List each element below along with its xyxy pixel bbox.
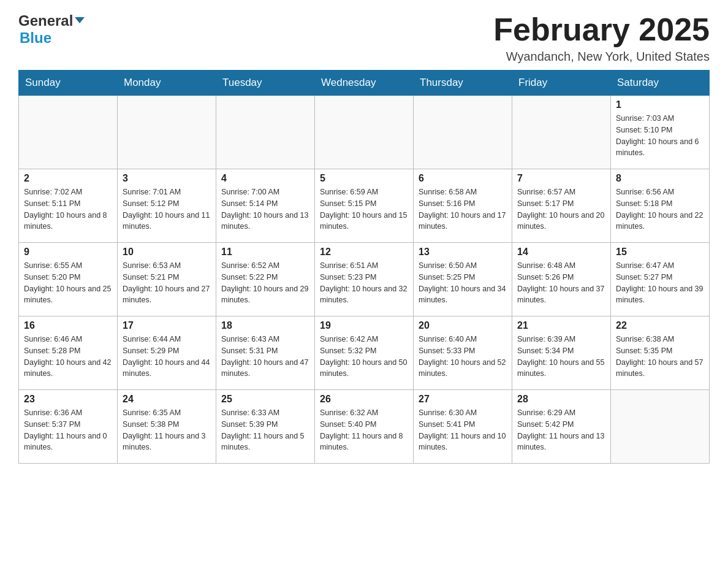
day-info: Sunrise: 6:42 AM Sunset: 5:32 PM Dayligh… [320, 334, 408, 380]
svg-marker-0 [75, 17, 85, 23]
calendar-header-friday: Friday [512, 71, 611, 96]
day-number: 18 [221, 320, 309, 331]
day-number: 12 [320, 247, 408, 258]
day-number: 10 [123, 247, 211, 258]
day-info: Sunrise: 6:53 AM Sunset: 5:21 PM Dayligh… [123, 260, 211, 306]
calendar-day-3-5: 21Sunrise: 6:39 AM Sunset: 5:34 PM Dayli… [512, 316, 611, 390]
calendar-day-3-4: 20Sunrise: 6:40 AM Sunset: 5:33 PM Dayli… [414, 316, 512, 390]
calendar-day-3-1: 17Sunrise: 6:44 AM Sunset: 5:29 PM Dayli… [118, 316, 216, 390]
day-info: Sunrise: 6:46 AM Sunset: 5:28 PM Dayligh… [24, 334, 112, 380]
calendar-day-1-2: 4Sunrise: 7:00 AM Sunset: 5:14 PM Daylig… [216, 169, 315, 243]
day-number: 15 [616, 247, 704, 258]
calendar-day-4-5: 28Sunrise: 6:29 AM Sunset: 5:42 PM Dayli… [512, 390, 611, 464]
calendar-day-0-3 [315, 96, 414, 169]
day-info: Sunrise: 6:58 AM Sunset: 5:16 PM Dayligh… [419, 186, 507, 232]
calendar-day-0-2 [216, 96, 315, 169]
day-info: Sunrise: 6:48 AM Sunset: 5:26 PM Dayligh… [517, 260, 605, 306]
calendar-header-tuesday: Tuesday [216, 71, 315, 96]
calendar-day-4-0: 23Sunrise: 6:36 AM Sunset: 5:37 PM Dayli… [19, 390, 118, 464]
day-info: Sunrise: 6:52 AM Sunset: 5:22 PM Dayligh… [221, 260, 309, 306]
day-info: Sunrise: 7:03 AM Sunset: 5:10 PM Dayligh… [616, 113, 704, 159]
calendar-week-3: 9Sunrise: 6:55 AM Sunset: 5:20 PM Daylig… [19, 243, 710, 316]
day-info: Sunrise: 7:00 AM Sunset: 5:14 PM Dayligh… [221, 186, 309, 232]
calendar-day-1-5: 7Sunrise: 6:57 AM Sunset: 5:17 PM Daylig… [512, 169, 611, 243]
calendar-day-3-2: 18Sunrise: 6:43 AM Sunset: 5:31 PM Dayli… [216, 316, 315, 390]
calendar-day-4-6 [611, 390, 710, 464]
day-info: Sunrise: 6:51 AM Sunset: 5:23 PM Dayligh… [320, 260, 408, 306]
calendar-day-2-5: 14Sunrise: 6:48 AM Sunset: 5:26 PM Dayli… [512, 243, 611, 316]
calendar-day-1-1: 3Sunrise: 7:01 AM Sunset: 5:12 PM Daylig… [118, 169, 216, 243]
calendar-day-1-4: 6Sunrise: 6:58 AM Sunset: 5:16 PM Daylig… [414, 169, 512, 243]
day-info: Sunrise: 6:36 AM Sunset: 5:37 PM Dayligh… [24, 407, 112, 453]
day-info: Sunrise: 6:39 AM Sunset: 5:34 PM Dayligh… [517, 334, 605, 380]
day-info: Sunrise: 6:56 AM Sunset: 5:18 PM Dayligh… [616, 186, 704, 232]
logo-general-text: General [18, 12, 73, 29]
calendar-day-4-4: 27Sunrise: 6:30 AM Sunset: 5:41 PM Dayli… [414, 390, 512, 464]
calendar-day-1-0: 2Sunrise: 7:02 AM Sunset: 5:11 PM Daylig… [19, 169, 118, 243]
day-info: Sunrise: 6:33 AM Sunset: 5:39 PM Dayligh… [221, 407, 309, 453]
day-number: 8 [616, 173, 704, 184]
day-number: 19 [320, 320, 408, 331]
day-info: Sunrise: 6:35 AM Sunset: 5:38 PM Dayligh… [123, 407, 211, 453]
calendar-week-2: 2Sunrise: 7:02 AM Sunset: 5:11 PM Daylig… [19, 169, 710, 243]
day-number: 16 [24, 320, 112, 331]
day-number: 24 [123, 394, 211, 405]
day-number: 13 [419, 247, 507, 258]
calendar-day-2-6: 15Sunrise: 6:47 AM Sunset: 5:27 PM Dayli… [611, 243, 710, 316]
day-info: Sunrise: 6:29 AM Sunset: 5:42 PM Dayligh… [517, 407, 605, 453]
calendar-header-monday: Monday [118, 71, 216, 96]
calendar-day-2-3: 12Sunrise: 6:51 AM Sunset: 5:23 PM Dayli… [315, 243, 414, 316]
day-info: Sunrise: 6:57 AM Sunset: 5:17 PM Dayligh… [517, 186, 605, 232]
calendar-day-2-4: 13Sunrise: 6:50 AM Sunset: 5:25 PM Dayli… [414, 243, 512, 316]
calendar-header-sunday: Sunday [19, 71, 118, 96]
calendar-day-0-5 [512, 96, 611, 169]
day-info: Sunrise: 6:44 AM Sunset: 5:29 PM Dayligh… [123, 334, 211, 380]
calendar-day-0-6: 1Sunrise: 7:03 AM Sunset: 5:10 PM Daylig… [611, 96, 710, 169]
calendar-day-2-2: 11Sunrise: 6:52 AM Sunset: 5:22 PM Dayli… [216, 243, 315, 316]
day-number: 21 [517, 320, 605, 331]
day-info: Sunrise: 6:50 AM Sunset: 5:25 PM Dayligh… [419, 260, 507, 306]
day-info: Sunrise: 6:32 AM Sunset: 5:40 PM Dayligh… [320, 407, 408, 453]
calendar-day-2-1: 10Sunrise: 6:53 AM Sunset: 5:21 PM Dayli… [118, 243, 216, 316]
day-number: 17 [123, 320, 211, 331]
calendar-week-5: 23Sunrise: 6:36 AM Sunset: 5:37 PM Dayli… [19, 390, 710, 464]
location: Wyandanch, New York, United States [493, 50, 710, 64]
calendar-day-0-1 [118, 96, 216, 169]
calendar-header-thursday: Thursday [414, 71, 512, 96]
day-number: 14 [517, 247, 605, 258]
day-number: 7 [517, 173, 605, 184]
calendar-day-3-3: 19Sunrise: 6:42 AM Sunset: 5:32 PM Dayli… [315, 316, 414, 390]
calendar-day-1-3: 5Sunrise: 6:59 AM Sunset: 5:15 PM Daylig… [315, 169, 414, 243]
day-number: 23 [24, 394, 112, 405]
calendar-header-row: SundayMondayTuesdayWednesdayThursdayFrid… [19, 71, 710, 96]
title-area: February 2025 Wyandanch, New York, Unite… [493, 12, 710, 64]
calendar-day-4-1: 24Sunrise: 6:35 AM Sunset: 5:38 PM Dayli… [118, 390, 216, 464]
day-number: 22 [616, 320, 704, 331]
logo: General Blue [18, 12, 86, 47]
calendar-day-3-6: 22Sunrise: 6:38 AM Sunset: 5:35 PM Dayli… [611, 316, 710, 390]
day-info: Sunrise: 6:38 AM Sunset: 5:35 PM Dayligh… [616, 334, 704, 380]
day-number: 28 [517, 394, 605, 405]
logo-arrow-icon [74, 12, 85, 29]
day-number: 27 [419, 394, 507, 405]
day-number: 25 [221, 394, 309, 405]
day-info: Sunrise: 6:40 AM Sunset: 5:33 PM Dayligh… [419, 334, 507, 380]
day-number: 3 [123, 173, 211, 184]
day-number: 4 [221, 173, 309, 184]
calendar-table: SundayMondayTuesdayWednesdayThursdayFrid… [18, 70, 710, 464]
day-number: 6 [419, 173, 507, 184]
calendar-day-3-0: 16Sunrise: 6:46 AM Sunset: 5:28 PM Dayli… [19, 316, 118, 390]
day-info: Sunrise: 6:43 AM Sunset: 5:31 PM Dayligh… [221, 334, 309, 380]
day-info: Sunrise: 6:59 AM Sunset: 5:15 PM Dayligh… [320, 186, 408, 232]
calendar-header-saturday: Saturday [611, 71, 710, 96]
day-number: 26 [320, 394, 408, 405]
calendar-day-4-2: 25Sunrise: 6:33 AM Sunset: 5:39 PM Dayli… [216, 390, 315, 464]
logo-blue-text: Blue [20, 29, 51, 46]
calendar-week-4: 16Sunrise: 6:46 AM Sunset: 5:28 PM Dayli… [19, 316, 710, 390]
day-info: Sunrise: 7:01 AM Sunset: 5:12 PM Dayligh… [123, 186, 211, 232]
day-number: 9 [24, 247, 112, 258]
day-info: Sunrise: 6:55 AM Sunset: 5:20 PM Dayligh… [24, 260, 112, 306]
day-info: Sunrise: 6:47 AM Sunset: 5:27 PM Dayligh… [616, 260, 704, 306]
day-number: 1 [616, 99, 704, 110]
calendar-header-wednesday: Wednesday [315, 71, 414, 96]
